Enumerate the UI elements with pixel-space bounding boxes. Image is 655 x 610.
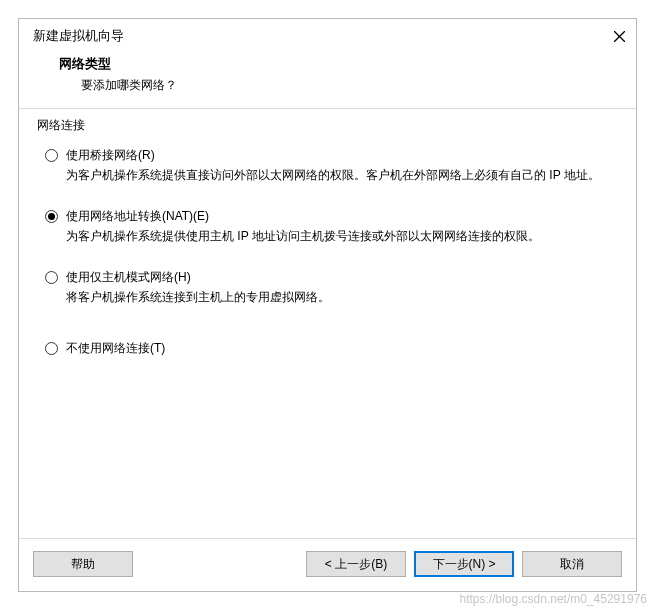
option-bridged[interactable]: 使用桥接网络(R) 为客户机操作系统提供直接访问外部以太网网络的权限。客户机在外… <box>45 146 618 185</box>
option-body: 使用桥接网络(R) 为客户机操作系统提供直接访问外部以太网网络的权限。客户机在外… <box>66 146 618 185</box>
back-button[interactable]: < 上一步(B) <box>306 551 406 577</box>
radio-icon <box>45 271 58 284</box>
titlebar: 新建虚拟机向导 <box>19 19 636 51</box>
option-label: 不使用网络连接(T) <box>66 339 618 357</box>
option-body: 不使用网络连接(T) <box>66 339 618 357</box>
header-title: 网络类型 <box>59 55 622 73</box>
dialog-title: 新建虚拟机向导 <box>33 27 124 45</box>
option-body: 使用网络地址转换(NAT)(E) 为客户机操作系统提供使用主机 IP 地址访问主… <box>66 207 618 246</box>
header-block: 网络类型 要添加哪类网络？ <box>19 51 636 108</box>
option-label: 使用桥接网络(R) <box>66 146 618 164</box>
wizard-dialog: 新建虚拟机向导 网络类型 要添加哪类网络？ 网络连接 使用桥接网络(R) 为客户… <box>18 18 637 592</box>
header-subtitle: 要添加哪类网络？ <box>59 77 622 94</box>
radio-icon <box>45 342 58 355</box>
option-label: 使用网络地址转换(NAT)(E) <box>66 207 618 225</box>
radio-icon <box>45 149 58 162</box>
option-body: 使用仅主机模式网络(H) 将客户机操作系统连接到主机上的专用虚拟网络。 <box>66 268 618 307</box>
option-hostonly[interactable]: 使用仅主机模式网络(H) 将客户机操作系统连接到主机上的专用虚拟网络。 <box>45 268 618 307</box>
close-icon[interactable] <box>612 29 626 43</box>
option-label: 使用仅主机模式网络(H) <box>66 268 618 286</box>
option-desc: 为客户机操作系统提供使用主机 IP 地址访问主机拨号连接或外部以太网网络连接的权… <box>66 227 618 246</box>
watermark: https://blog.csdn.net/m0_45291976 <box>460 592 647 606</box>
option-none[interactable]: 不使用网络连接(T) <box>45 339 618 357</box>
radio-icon <box>45 210 58 223</box>
next-button[interactable]: 下一步(N) > <box>414 551 514 577</box>
option-desc: 将客户机操作系统连接到主机上的专用虚拟网络。 <box>66 288 618 307</box>
help-button[interactable]: 帮助 <box>33 551 133 577</box>
option-nat[interactable]: 使用网络地址转换(NAT)(E) 为客户机操作系统提供使用主机 IP 地址访问主… <box>45 207 618 246</box>
group-label: 网络连接 <box>37 117 618 134</box>
content-area: 网络连接 使用桥接网络(R) 为客户机操作系统提供直接访问外部以太网网络的权限。… <box>19 109 636 538</box>
footer: 帮助 < 上一步(B) 下一步(N) > 取消 <box>19 539 636 591</box>
option-desc: 为客户机操作系统提供直接访问外部以太网网络的权限。客户机在外部网络上必须有自己的… <box>66 166 618 185</box>
cancel-button[interactable]: 取消 <box>522 551 622 577</box>
